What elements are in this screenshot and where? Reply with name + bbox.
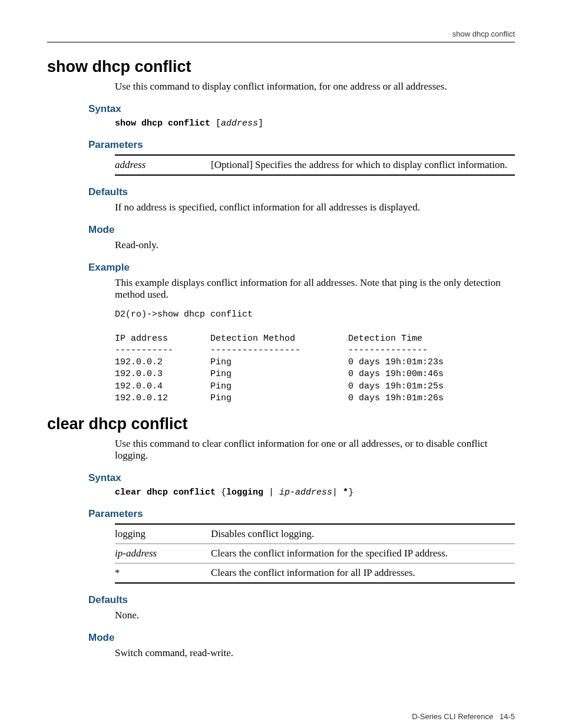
syntax-cmd: show dhcp conflict: [115, 118, 210, 129]
param-desc: Clears the conflict information for all …: [211, 564, 515, 584]
parameters-table-clear: logging Disables conflict logging. ip-ad…: [115, 523, 515, 584]
syntax-line-show: show dhcp conflict [address]: [47, 118, 515, 129]
syntax-bracket-close: ]: [258, 118, 263, 129]
syntax-kw-logging: logging: [226, 487, 263, 498]
syntax-brace-open: {: [216, 487, 226, 498]
intro-show: Use this command to display conflict inf…: [47, 81, 515, 93]
mode-text-show: Read-only.: [47, 239, 515, 251]
mode-heading-show: Mode: [47, 224, 515, 236]
param-desc: Disables conflict logging.: [211, 524, 515, 544]
footer-doc: D-Series CLI Reference: [412, 712, 493, 721]
parameters-heading-show: Parameters: [47, 139, 515, 151]
syntax-arg: address: [221, 118, 258, 129]
syntax-line-clear: clear dhcp conflict {logging | ip-addres…: [47, 487, 515, 498]
defaults-heading-show: Defaults: [47, 186, 515, 198]
intro-clear: Use this command to clear conflict infor…: [47, 438, 515, 462]
mode-heading-clear: Mode: [47, 632, 515, 644]
param-name: address: [115, 155, 211, 175]
param-name: ip-address: [115, 544, 211, 564]
command-title-clear: clear dhcp conflict: [47, 415, 515, 433]
command-title-show: show dhcp conflict: [47, 58, 515, 76]
syntax-heading-clear: Syntax: [47, 472, 515, 484]
table-row: address [Optional] Specifies the address…: [115, 155, 515, 175]
syntax-pipe1: |: [263, 487, 279, 498]
defaults-heading-clear: Defaults: [47, 594, 515, 606]
param-desc: Clears the conflict information for the …: [211, 544, 515, 564]
table-row: * Clears the conflict information for al…: [115, 564, 515, 584]
syntax-brace-close: }: [348, 487, 353, 498]
syntax-bracket-open: [: [210, 118, 221, 129]
parameters-heading-clear: Parameters: [47, 508, 515, 520]
example-heading-show: Example: [47, 262, 515, 274]
table-row: ip-address Clears the conflict informati…: [115, 544, 515, 564]
table-row: logging Disables conflict logging.: [115, 524, 515, 544]
param-name: *: [115, 564, 211, 584]
example-text-show: This example displays conflict informati…: [47, 277, 515, 301]
footer-page: 14-5: [500, 712, 515, 721]
param-name: logging: [115, 524, 211, 544]
syntax-pipe2: |: [332, 487, 343, 498]
running-head: show dhcp conflict: [47, 29, 515, 42]
example-output-show: D2(ro)->show dhcp conflict IP address De…: [47, 309, 515, 404]
syntax-heading-show: Syntax: [47, 103, 515, 115]
page-footer: D-Series CLI Reference 14-5: [47, 712, 515, 721]
parameters-table-show: address [Optional] Specifies the address…: [115, 154, 515, 176]
param-desc: [Optional] Specifies the address for whi…: [211, 155, 515, 175]
defaults-text-clear: None.: [47, 610, 515, 621]
mode-text-clear: Switch command, read-write.: [47, 647, 515, 659]
syntax-arg-ip: ip-address: [279, 487, 332, 498]
defaults-text-show: If no address is specified, conflict inf…: [47, 202, 515, 213]
syntax-kw-star: *: [343, 487, 348, 498]
syntax-cmd: clear dhcp conflict: [115, 487, 216, 498]
